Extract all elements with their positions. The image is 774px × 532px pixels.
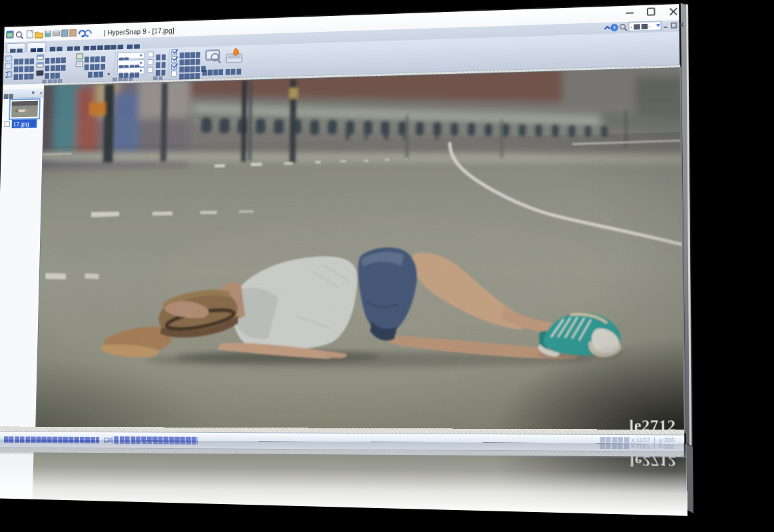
svg-text:-: - xyxy=(630,23,632,31)
svg-text:-: - xyxy=(648,23,650,30)
svg-text:?: ? xyxy=(613,25,617,31)
